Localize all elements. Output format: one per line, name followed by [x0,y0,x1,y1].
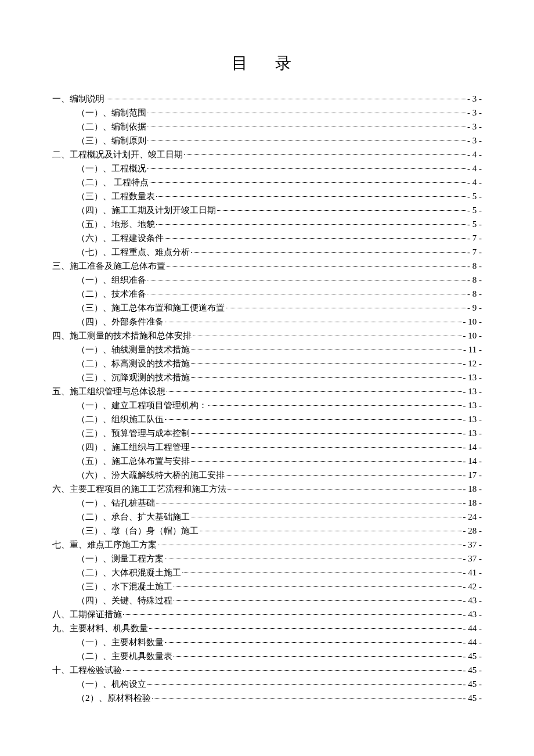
toc-entry-label: （二）、大体积混凝土施工 [77,566,181,579]
toc-entry: （四）、关键、特殊过程- 43 - [77,593,482,607]
toc-leader-dots [191,377,462,378]
toc-entry-label: （四）、施工工期及计划开竣工日期 [77,203,216,217]
toc-entry: （四）、外部条件准备- 10 - [77,315,482,329]
toc-entry-label: （二）、组织施工队伍 [77,412,164,426]
toc-entry-label: 十、工程检验试验 [52,663,122,677]
toc-leader-dots [123,614,462,615]
toc-entry-page: - 42 - [463,579,482,593]
toc-leader-dots [167,266,466,267]
toc-entry: 二、工程概况及计划开、竣工日期- 4 - [52,147,482,161]
toc-leader-dots [123,670,462,671]
toc-entry-label: （二）、承台、扩大基础施工 [77,510,190,524]
toc-entry: （六）、工程建设条件- 7 - [77,231,482,245]
toc-entry-page: - 45 - [463,663,482,677]
toc-entry-label: （三）、预算管理与成本控制 [77,426,190,440]
toc-leader-dots [226,308,466,308]
toc-entry-page: - 3 - [467,120,482,134]
toc-entry-page: - 45 - [463,691,482,705]
toc-entry-page: - 10 - [463,315,482,329]
toc-entry-page: - 37 - [463,552,482,566]
toc-entry-page: - 8 - [467,273,482,287]
toc-leader-dots [191,350,462,350]
toc-entry: （五）、地形、地貌- 5 - [77,217,482,231]
toc-entry-label: （二）、编制依据 [77,120,146,134]
toc-entry-label: 九、主要材料、机具数量 [52,621,148,635]
toc-leader-dots [165,322,462,322]
toc-entry: 三、施工准备及施工总体布置- 8 - [52,259,482,273]
toc-entry-label: （五）、地形、地貌 [77,217,155,231]
toc-entry: （二）、组织施工队伍- 13 - [77,412,482,426]
toc-leader-dots [156,224,466,225]
toc-entry-label: （一）、工程概况 [77,161,146,175]
toc-leader-dots [174,586,462,587]
toc-entry-label: 一、编制说明 [52,92,104,106]
toc-entry-page: - 4 - [467,175,482,189]
toc-entry-page: - 18 - [463,482,482,496]
toc-leader-dots [149,628,462,629]
toc-title: 目 录 [52,52,482,74]
toc-entry: （一）、工程概况- 4 - [77,161,482,175]
toc-leader-dots [147,127,466,127]
toc-entry-page: - 45 - [463,649,482,663]
toc-leader-dots [226,475,462,476]
toc-entry-label: （三）、沉降观测的技术措施 [77,370,190,384]
toc-entry-label: （七）、工程重点、难点分析 [77,245,190,259]
toc-entry-page: - 9 - [467,301,482,315]
toc-entry-label: （六）、工程建设条件 [77,231,164,245]
toc-leader-dots [217,210,466,211]
toc-entry-page: - 3 - [467,134,482,147]
toc-entry: 八、工期保证措施- 43 - [52,607,482,621]
toc-entry-page: - 14 - [463,454,482,468]
toc-entry-label: （三）、编制原则 [77,134,146,147]
toc-entry-page: - 14 - [463,440,482,454]
toc-entry: （一）、组织准备- 8 - [77,273,482,287]
toc-leader-dots [167,391,462,392]
toc-leader-dots [182,573,462,573]
toc-entry-page: - 44 - [463,635,482,649]
toc-entry: （一）、测量工程方案- 37 - [77,552,482,566]
toc-entry-label: （一）、测量工程方案 [77,552,164,566]
toc-entry: （二）、承台、扩大基础施工- 24 - [77,510,482,524]
toc-entry-page: - 24 - [463,510,482,524]
toc-leader-dots [152,698,462,699]
toc-entry-page: - 8 - [467,259,482,273]
toc-entry: （六）、汾大疏解线特大桥的施工安排- 17 - [77,468,482,482]
toc-leader-dots [106,99,466,99]
toc-entry: 七、重、难点工序施工方案- 37 - [52,538,482,552]
toc-entry-label: 七、重、难点工序施工方案 [52,538,157,552]
toc-entry-page: - 7 - [467,231,482,245]
toc-entry: （二）、标高测设的技术措施- 12 - [77,357,482,370]
toc-leader-dots [158,545,462,545]
toc-leader-dots [156,196,466,197]
toc-entry: 九、主要材料、机具数量- 44 - [52,621,482,635]
toc-leader-dots [165,419,462,420]
toc-entry: （二）、 工程特点- 4 - [77,175,482,189]
toc-entry: （一）、机构设立- 45 - [77,677,482,691]
toc-entry-label: 四、施工测量的技术措施和总体安排 [52,329,192,343]
toc-entry-label: （五）、施工总体布置与安排 [77,454,190,468]
toc-entry-label: 八、工期保证措施 [52,607,122,621]
toc-entry: （四）、施工工期及计划开竣工日期- 5 - [77,203,482,217]
toc-entry: （三）、施工总体布置和施工便道布置- 9 - [77,301,482,315]
toc-entry-label: 五、施工组织管理与总体设想 [52,384,165,398]
toc-entry-page: - 10 - [463,329,482,343]
toc-entry-page: - 8 - [467,287,482,301]
toc-entry-page: - 5 - [467,217,482,231]
toc-entry: 十、工程检验试验- 45 - [52,663,482,677]
toc-leader-dots [156,503,462,503]
toc-entry: （一）、轴线测量的技术措施- 11 - [77,343,482,357]
toc-entry-label: （一）、钻孔桩基础 [77,496,155,510]
toc-leader-dots [165,642,462,643]
toc-entry-page: - 13 - [463,398,482,412]
toc-leader-dots [191,252,466,253]
toc-entry-page: - 44 - [463,621,482,635]
toc-entry: （三）、水下混凝土施工- 42 - [77,579,482,593]
toc-leader-dots [191,517,462,517]
toc-entry: 四、施工测量的技术措施和总体安排- 10 - [52,329,482,343]
toc-entry-label: （三）、墩（台）身（帽）施工 [77,524,199,538]
toc-entry-page: - 37 - [463,538,482,552]
toc-entry-page: - 18 - [463,496,482,510]
toc-entry-label: （三）、施工总体布置和施工便道布置 [77,301,225,315]
toc-leader-dots [191,447,462,448]
toc-leader-dots [228,489,462,489]
